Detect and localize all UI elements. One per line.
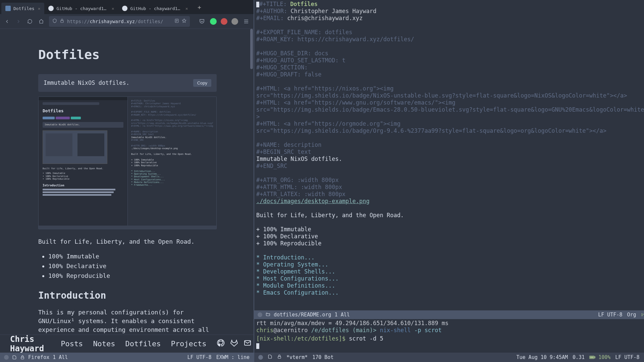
copy-button[interactable]: Copy <box>193 79 211 87</box>
vterm-modeline: *vterm* 170 Bot Tue Aug 10 9:45AM 0.31 1… <box>254 353 644 362</box>
list-item: 100% Declarative <box>48 262 217 270</box>
encoding-label: LF UTF-8 <box>187 354 211 360</box>
nav-link-notes[interactable]: Notes <box>93 340 115 348</box>
org-buffer[interactable]: #+TITLE: Dotfiles#+AUTHOR: Christopher J… <box>254 0 644 310</box>
browser-tab-strip: Dotfiles × GitHub - chayward1/dotf × Git… <box>0 0 254 14</box>
buffer-name: Firefox <box>28 354 49 360</box>
buffer-path: dotfiles/README.org <box>274 312 331 318</box>
site-nav: Chris Hayward Posts Notes Dotfiles Proje… <box>0 335 254 353</box>
extension-icon[interactable] <box>221 18 227 25</box>
svg-rect-16 <box>590 356 594 358</box>
mode-label: EXWM : line <box>216 354 250 360</box>
term-output: rtt min/avg/max/mdev = 49.294/186.651/36… <box>256 320 644 327</box>
lead-text: Built for Life, Liberty, and the Open Ro… <box>38 237 217 246</box>
tab-title: GitHub - chayward1/dotf <box>130 6 182 11</box>
code-block: Immutable NixOS dotfiles. Copy <box>38 74 217 92</box>
extension-icon[interactable] <box>210 18 217 25</box>
svg-rect-0 <box>61 20 63 22</box>
mail-icon[interactable] <box>244 339 252 349</box>
left-modeline: Firefox 1 All LF UTF-8 EXWM : line <box>0 353 254 362</box>
page-title: Dotfiles <box>38 46 217 64</box>
nav-link-dotfiles[interactable]: Dotfiles <box>125 340 161 348</box>
browser-tab-1[interactable]: GitHub - chayward1/dotf × <box>44 3 118 14</box>
svg-rect-9 <box>21 357 24 359</box>
mode-label: Org <box>627 312 636 318</box>
feature-list: 100% Immutable 100% Declarative 100% Rep… <box>48 252 217 280</box>
reload-button[interactable] <box>26 18 34 25</box>
clock-label: Tue Aug 10 9:45AM <box>517 354 568 360</box>
load-label: 0.31 <box>573 354 585 360</box>
buffer-position: 170 Bot <box>312 354 333 360</box>
github-icon[interactable] <box>217 339 225 349</box>
nav-link-posts[interactable]: Posts <box>61 340 83 348</box>
git-branch-label: main <box>641 312 644 318</box>
file-icon <box>12 355 17 360</box>
left-pane-browser: Dotfiles × GitHub - chayward1/dotf × Git… <box>0 0 254 362</box>
lock-icon <box>277 354 282 360</box>
right-pane: #+TITLE: Dotfiles#+AUTHOR: Christopher J… <box>254 0 644 362</box>
buffer-position: 1 All <box>335 312 350 318</box>
back-button[interactable] <box>3 18 11 25</box>
reader-icon[interactable] <box>174 18 179 24</box>
buffer-position: 1 All <box>53 354 68 360</box>
close-icon[interactable]: × <box>112 6 114 11</box>
vterm-buffer[interactable]: rtt min/avg/max/mdev = 49.294/186.651/36… <box>254 319 644 353</box>
lock-icon <box>20 355 25 360</box>
section-heading: Introduction <box>38 289 217 303</box>
battery-label: 100% <box>589 354 610 360</box>
page-content: Dotfiles Immutable NixOS dotfiles. Copy … <box>0 29 254 350</box>
term-prompt-line: [nix-shell:/etc/dotfiles]$ scrot -d 5 <box>256 335 644 342</box>
scrollbar[interactable] <box>250 29 254 353</box>
mini-h2: Introduction <box>43 184 123 187</box>
buffer-name: *vterm* <box>286 354 308 360</box>
url-bar[interactable]: https://chrishayward.xyz/dotfiles/ <box>49 16 190 27</box>
close-icon[interactable]: × <box>185 6 188 11</box>
status-dot-icon <box>258 355 263 360</box>
close-icon[interactable]: × <box>38 6 41 11</box>
tab-title: GitHub - chayward1/dotf <box>56 6 108 11</box>
mini-code: Immutable NixOS dotfiles. <box>43 122 123 127</box>
extension-icon[interactable] <box>231 18 238 25</box>
home-button[interactable] <box>38 18 45 25</box>
nav-link-projects[interactable]: Projects <box>171 340 207 348</box>
hamburger-menu-icon[interactable] <box>242 17 250 25</box>
browser-tab-0[interactable]: Dotfiles × <box>1 3 44 14</box>
status-dot-icon <box>258 312 262 317</box>
favicon-icon <box>5 6 11 11</box>
mini-lead: Built for Life, Liberty, and the Open Ro… <box>43 167 123 170</box>
org-modeline: dotfiles/README.org 1 All LF UTF-8 Org m… <box>254 310 644 319</box>
status-dot-icon <box>4 355 9 360</box>
cursor <box>256 343 259 349</box>
svg-rect-15 <box>594 357 595 358</box>
tab-title: Dotfiles <box>13 6 35 11</box>
encoding-label: LF UTF-8 <box>615 354 639 360</box>
term-prompt-line: chris@acernitro /e/dotfiles (main)> nix-… <box>256 327 644 334</box>
encoding-label: LF UTF-8 <box>598 312 622 318</box>
scroll-thumb[interactable] <box>250 29 253 69</box>
gitlab-icon[interactable] <box>230 339 238 349</box>
new-tab-button[interactable]: + <box>195 2 204 12</box>
browser-viewport: Dotfiles Immutable NixOS dotfiles. Copy … <box>0 29 254 353</box>
hero-screenshot: Dotfiles Immutable NixOS dotfiles. Built… <box>38 97 217 229</box>
list-item: 100% Immutable <box>48 252 217 261</box>
svg-point-10 <box>642 313 642 314</box>
github-icon <box>122 6 127 11</box>
svg-rect-13 <box>278 356 281 358</box>
mini-title: Dotfiles <box>43 108 123 114</box>
shield-icon <box>52 18 57 24</box>
browser-tab-2[interactable]: GitHub - chayward1/dotf × <box>118 3 192 14</box>
svg-point-11 <box>642 315 642 316</box>
bookmark-icon[interactable] <box>182 18 186 24</box>
lock-icon <box>60 18 64 24</box>
pocket-icon[interactable] <box>198 17 206 25</box>
browser-toolbar: https://chrishayward.xyz/dotfiles/ <box>0 14 254 29</box>
code-text: Immutable NixOS dotfiles. <box>44 79 129 87</box>
github-icon <box>48 6 54 11</box>
forward-button[interactable] <box>15 18 22 25</box>
site-brand[interactable]: Chris Hayward <box>10 335 44 353</box>
file-icon <box>268 354 272 360</box>
folder-icon <box>266 312 270 318</box>
url-text: https://chrishayward.xyz/dotfiles/ <box>67 19 172 24</box>
list-item: 100% Reproducible <box>48 272 217 280</box>
